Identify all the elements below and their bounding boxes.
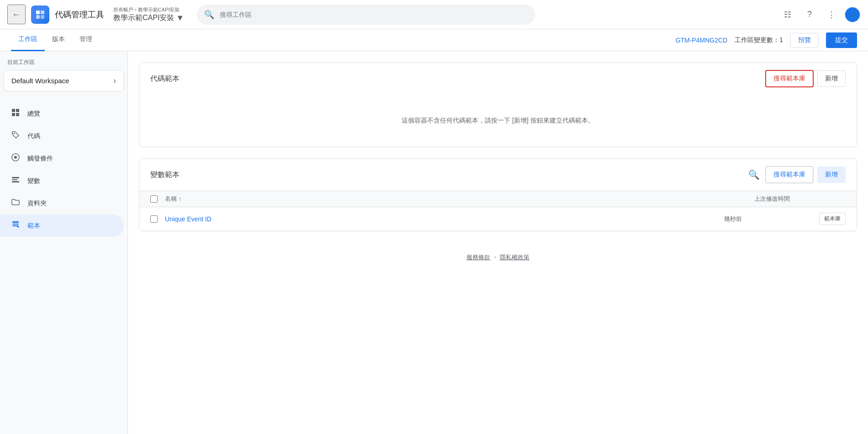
avatar[interactable]: 👤 (844, 6, 861, 23)
variable-templates-header: 變數範本 🔍 搜尋範本庫 新增 (139, 159, 857, 191)
variable-templates-title: 變數範本 (150, 170, 180, 180)
variable-table-header: 名稱 ↑ 上次修改時間 (139, 191, 857, 207)
code-templates-section: 代碼範本 搜尋範本庫 新增 這個容器不含任何代碼範本，請按一下 [新增] 按鈕來… (139, 62, 857, 147)
main-layout: 目前工作區 Default Workspace › 總覽 (0, 51, 868, 434)
main-content: 代碼範本 搜尋範本庫 新增 這個容器不含任何代碼範本，請按一下 [新增] 按鈕來… (128, 51, 868, 434)
tab-admin[interactable]: 管理 (72, 29, 100, 51)
folders-icon (11, 198, 20, 209)
svg-rect-14 (12, 221, 19, 223)
row-name[interactable]: Unique Event ID (165, 215, 724, 223)
svg-rect-16 (12, 225, 17, 226)
variable-search-icon-button[interactable]: 🔍 (746, 167, 762, 182)
code-templates-actions: 搜尋範本庫 新增 (765, 70, 846, 87)
variable-templates-section: 變數範本 🔍 搜尋範本庫 新增 名稱 ↑ 上次修改時間 (139, 158, 857, 231)
sub-nav-tabs: 工作區 版本 管理 (11, 29, 100, 51)
preview-button[interactable]: 預覽 (790, 33, 819, 48)
overview-icon (11, 108, 20, 119)
tab-versions[interactable]: 版本 (45, 29, 72, 51)
workspace-name: Default Workspace (11, 77, 69, 85)
code-search-gallery-button[interactable]: 搜尋範本庫 (765, 70, 814, 87)
app-logo (31, 5, 49, 24)
avatar-icon: 👤 (849, 11, 857, 18)
svg-rect-2 (36, 15, 40, 19)
code-templates-header: 代碼範本 搜尋範本庫 新增 (139, 63, 857, 95)
workspace-selector[interactable]: Default Workspace › (4, 70, 124, 91)
privacy-link[interactable]: 隱私權政策 (500, 254, 529, 261)
col-modified-header: 上次修改時間 (754, 195, 846, 203)
sidebar-nav: 總覽 代碼 觸發條件 (0, 99, 127, 241)
footer: 服務條款 ・ 隱私權政策 (139, 242, 857, 273)
search-input[interactable] (220, 11, 528, 18)
variable-templates-actions: 🔍 搜尋範本庫 新增 (746, 166, 846, 183)
nav-actions: ☷ ? ⋮ 👤 (778, 5, 861, 24)
back-button[interactable]: ← (7, 5, 26, 24)
code-add-button[interactable]: 新增 (817, 70, 846, 87)
sub-nav-right: GTM-P4MNG2CD 工作區變更數：1 預覽 提交 (676, 32, 857, 48)
svg-rect-15 (12, 224, 19, 225)
svg-rect-4 (12, 109, 15, 112)
breadcrumb-top: 所有帳戶 › 教學示範CAPI安裝 (113, 6, 184, 13)
svg-rect-11 (12, 177, 19, 178)
svg-rect-6 (12, 113, 15, 116)
row-checkbox[interactable] (150, 215, 158, 223)
help-icon: ? (807, 10, 812, 19)
row-modified: 幾秒前 (724, 215, 815, 223)
terms-link[interactable]: 服務條款 (466, 254, 490, 261)
tags-icon (11, 130, 20, 142)
workspace-chevron-icon: › (113, 76, 116, 86)
sidebar-item-triggers[interactable]: 觸發條件 (0, 147, 124, 170)
breadcrumb-label: 教學示範CAPI安裝 (113, 13, 174, 23)
submit-button[interactable]: 提交 (826, 32, 857, 48)
sidebar: 目前工作區 Default Workspace › 總覽 (0, 51, 128, 434)
sidebar-item-folders[interactable]: 資料夾 (0, 192, 124, 214)
svg-rect-0 (36, 11, 40, 14)
variable-search-gallery-button[interactable]: 搜尋範本庫 (765, 166, 814, 183)
grid-icon-button[interactable]: ☷ (778, 5, 797, 24)
sidebar-item-label-triggers: 觸發條件 (27, 155, 53, 163)
table-row: Unique Event ID 幾秒前 範本庫 (139, 207, 857, 231)
select-all-checkbox[interactable] (150, 195, 158, 203)
svg-rect-12 (12, 179, 17, 180)
svg-rect-1 (41, 11, 44, 14)
sidebar-item-templates[interactable]: 範本 (0, 214, 124, 237)
sidebar-item-tags[interactable]: 代碼 (0, 125, 124, 147)
row-badge: 範本庫 (819, 213, 846, 225)
sort-arrow-icon: ↑ (179, 196, 181, 202)
grid-icon: ☷ (784, 10, 791, 20)
variables-icon (11, 175, 20, 187)
svg-rect-3 (41, 15, 44, 19)
breadcrumb-main[interactable]: 教學示範CAPI安裝 ▼ (113, 13, 184, 23)
code-templates-title: 代碼範本 (150, 74, 180, 84)
search-bar[interactable]: 🔍 (197, 5, 535, 25)
col-name-header: 名稱 ↑ (165, 195, 754, 203)
top-nav: ← 代碼管理工具 所有帳戶 › 教學示範CAPI安裝 教學示範CAPI安裝 ▼ … (0, 0, 868, 29)
breadcrumb-area: 所有帳戶 › 教學示範CAPI安裝 教學示範CAPI安裝 ▼ (113, 6, 184, 23)
sidebar-item-label-templates: 範本 (27, 222, 40, 230)
current-workspace-label: 目前工作區 (0, 59, 127, 70)
sidebar-item-label-tags: 代碼 (27, 132, 40, 140)
more-vert-icon: ⋮ (827, 10, 836, 20)
sidebar-item-label-overview: 總覽 (27, 110, 40, 118)
sidebar-item-variables[interactable]: 變數 (0, 170, 124, 192)
triggers-icon (11, 153, 20, 164)
more-icon-button[interactable]: ⋮ (822, 5, 841, 24)
sidebar-item-label-variables: 變數 (27, 177, 40, 185)
gtm-id[interactable]: GTM-P4MNG2CD (676, 37, 728, 44)
sub-nav: 工作區 版本 管理 GTM-P4MNG2CD 工作區變更數：1 預覽 提交 (0, 29, 868, 51)
variable-add-button[interactable]: 新增 (817, 166, 846, 183)
sidebar-item-label-folders: 資料夾 (27, 199, 47, 208)
workspace-changes: 工作區變更數：1 (735, 36, 783, 44)
sidebar-item-overview[interactable]: 總覽 (0, 102, 124, 125)
svg-point-10 (14, 156, 17, 159)
svg-rect-7 (16, 113, 19, 116)
templates-icon (11, 220, 20, 231)
search-icon: 🔍 (204, 10, 214, 20)
tab-workspace[interactable]: 工作區 (11, 29, 45, 51)
help-icon-button[interactable]: ? (800, 5, 819, 24)
app-title: 代碼管理工具 (55, 9, 104, 20)
svg-rect-13 (12, 181, 19, 182)
svg-point-8 (14, 133, 15, 134)
chevron-down-icon: ▼ (176, 13, 184, 23)
search-icon: 🔍 (748, 170, 760, 180)
code-templates-empty: 這個容器不含任何代碼範本，請按一下 [新增] 按鈕來建立代碼範本。 (139, 95, 857, 147)
